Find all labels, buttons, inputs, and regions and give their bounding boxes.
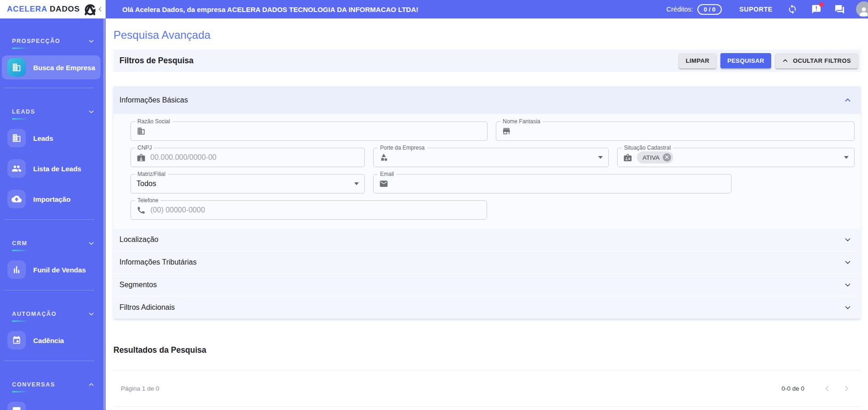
notifications-icon[interactable]: [811, 4, 821, 14]
chip-label: ATIVA: [642, 154, 660, 161]
field-label: Porte da Empresa: [378, 145, 427, 151]
refresh-icon[interactable]: [787, 4, 797, 14]
previous-page-button[interactable]: [817, 379, 837, 398]
phone-icon: [137, 205, 146, 215]
telefone-input[interactable]: [150, 206, 481, 214]
logo-text-acelera: ACELERA: [7, 5, 48, 14]
user-avatar[interactable]: [856, 1, 868, 17]
email-input[interactable]: [393, 180, 725, 188]
clear-button[interactable]: LIMPAR: [679, 53, 716, 68]
category-icon: [379, 153, 388, 162]
chip-remove-icon[interactable]: ✕: [663, 153, 671, 162]
sidebar-item-funil-de-vendas[interactable]: Funil de Vendas: [2, 258, 101, 282]
accordion-title: Informações Tributárias: [119, 258, 196, 266]
nome-fantasia-field: Nome Fantasia: [496, 121, 855, 141]
matriz-filial-select[interactable]: Matriz/Filial Todos: [131, 174, 365, 193]
section-label: LEADS: [12, 109, 35, 115]
chat-icon[interactable]: [834, 4, 845, 15]
section-accent-underline: [12, 320, 29, 322]
building-icon: [7, 129, 26, 147]
field-row: Matriz/Filial Todos Email: [131, 174, 855, 193]
logo-text-dados: DADOS: [50, 5, 80, 14]
chevron-down-icon: [844, 259, 851, 266]
filters-actions: LIMPAR PESQUISAR OCULTAR FILTROS: [679, 53, 858, 68]
field-label: Razão Social: [135, 118, 172, 125]
people-icon: [7, 159, 26, 178]
field-row: CNPJ Porte da Empresa Si: [131, 148, 855, 167]
sidebar-section-prospeccao[interactable]: PROSPECÇÃO: [0, 38, 106, 44]
sidebar-section-conversas[interactable]: CONVERSAS: [0, 381, 106, 388]
chevron-down-icon: [844, 236, 851, 243]
porte-da-empresa-select[interactable]: Porte da Empresa: [373, 148, 609, 167]
main-content: Pesquisa Avançada Filtros de Pesquisa LI…: [106, 18, 868, 410]
chevron-down-icon: [844, 304, 851, 311]
accordion-header-informacoes-basicas[interactable]: Informações Básicas: [113, 86, 861, 114]
filters-header: Filtros de Pesquisa LIMPAR PESQUISAR OCU…: [113, 49, 861, 72]
sidebar-item-lista-de-leads[interactable]: Lista de Leads: [2, 157, 101, 181]
accordion-title: Informações Básicas: [119, 96, 188, 104]
sidebar-item-label: Leads: [33, 134, 53, 142]
sidebar-item-importacao[interactable]: Importação: [2, 187, 101, 211]
accordion-title: Localização: [119, 235, 159, 244]
sidebar-section-leads[interactable]: LEADS: [0, 109, 106, 115]
sidebar-item-busca-de-empresa[interactable]: Busca de Empresa: [2, 55, 101, 79]
accordion-header-localizacao[interactable]: Localização: [113, 228, 861, 251]
field-label: Nome Fantasia: [500, 118, 542, 125]
section-label: PROSPECÇÃO: [12, 38, 60, 44]
filters-title: Filtros de Pesquisa: [119, 56, 193, 66]
accordion-header-filtros-adicionais[interactable]: Filtros Adicionais: [113, 296, 861, 319]
chevron-up-icon: [782, 58, 788, 64]
status-chip-ativa: ATIVA ✕: [637, 151, 673, 163]
sidebar-item-label: Funil de Vendas: [33, 266, 86, 274]
situacao-cadastral-select[interactable]: Situação Cadastral ATIVA ✕: [617, 148, 855, 167]
id-card-icon: [623, 153, 632, 162]
chart-icon: [7, 260, 26, 279]
calendar-icon: [7, 331, 26, 350]
sidebar-item-label: Importação: [33, 195, 71, 203]
support-link[interactable]: SUPORTE: [739, 6, 773, 13]
sidebar-divider: [4, 219, 94, 220]
dropdown-caret-icon: [844, 156, 849, 159]
search-button[interactable]: PESQUISAR: [720, 53, 771, 68]
accordion-title: Filtros Adicionais: [119, 303, 175, 312]
hide-filters-button[interactable]: OCULTAR FILTROS: [775, 53, 858, 68]
building-icon: [7, 58, 26, 77]
cnpj-field: CNPJ: [131, 148, 365, 167]
logo-icon: [83, 3, 97, 16]
chevron-down-icon: [844, 281, 851, 289]
dropdown-caret-icon: [354, 182, 359, 185]
sidebar-item-cadencia[interactable]: Cadência: [2, 328, 101, 352]
credits-badge: 0 / 0: [697, 4, 722, 15]
building-icon: [137, 127, 146, 136]
hide-filters-label: OCULTAR FILTROS: [793, 57, 851, 64]
field-label: CNPJ: [135, 145, 154, 151]
section-label: CRM: [12, 240, 27, 247]
accordion-header-segmentos[interactable]: Segmentos: [113, 273, 861, 296]
filters-accordion: Informações Básicas Razão Social Nom: [113, 86, 861, 319]
sidebar-item-label: Lista de Leads: [33, 165, 81, 173]
mail-icon: [379, 179, 388, 188]
razao-social-input[interactable]: [150, 127, 482, 135]
topbar-actions: Créditos: 0 / 0 SUPORTE: [666, 1, 868, 17]
sidebar-item-leads[interactable]: Leads: [2, 126, 101, 150]
chevron-up-icon: [88, 381, 95, 388]
cloud-upload-icon: [7, 190, 26, 208]
accordion-header-informacoes-tributarias[interactable]: Informações Tributárias: [113, 251, 861, 273]
matriz-filial-value: Todos: [137, 180, 156, 188]
sidebar-collapse-icon[interactable]: [97, 6, 103, 12]
section-label: CONVERSAS: [12, 381, 55, 388]
sidebar-item-label: Busca de Empresa: [33, 64, 95, 72]
nome-fantasia-input[interactable]: [516, 127, 849, 135]
sidebar-section-automacao[interactable]: AUTOMAÇÃO: [0, 311, 106, 317]
cnpj-input[interactable]: [150, 153, 359, 162]
logo-bar: ACELERA DADOS: [0, 0, 106, 18]
storefront-icon: [502, 127, 511, 136]
sidebar-divider: [4, 88, 94, 88]
chevron-down-icon: [88, 240, 95, 247]
field-label: Email: [378, 171, 396, 177]
sidebar-item-conversas-chat[interactable]: [2, 399, 101, 410]
sidebar-section-crm[interactable]: CRM: [0, 240, 106, 247]
pagination-controls: 0-0 de 0: [781, 379, 856, 398]
next-page-button[interactable]: [837, 379, 856, 398]
dropdown-caret-icon: [598, 156, 603, 159]
